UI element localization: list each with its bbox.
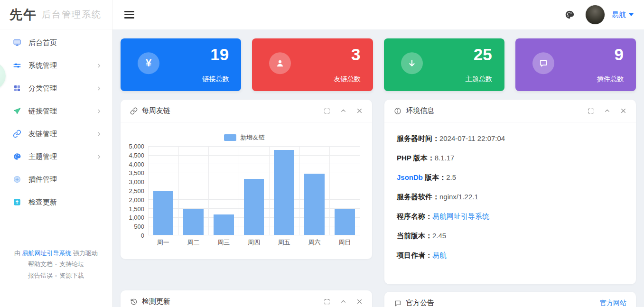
grid-icon [12, 84, 21, 93]
info-icon [394, 107, 401, 115]
sidebar-item-theme[interactable]: 主题管理 [0, 145, 112, 168]
history-icon [130, 298, 138, 306]
collapse-icon[interactable] [340, 298, 346, 305]
stat-cards-row: ¥19链接总数3友链总数25主题总数9插件总数 [121, 38, 636, 91]
logo-mark: 先午 [9, 6, 37, 23]
collapse-icon[interactable] [604, 108, 610, 114]
y-tick-label: 3,500 [129, 169, 144, 177]
sidebar-footer: 由 易航网址引导系统 强力驱动 帮助文档•支持论坛 报告错误•资源下载 [0, 248, 112, 281]
chart-bar [274, 150, 294, 235]
topbar: 易航 [112, 0, 644, 29]
chat-icon [532, 52, 554, 74]
fullscreen-icon[interactable] [324, 108, 330, 114]
announcement-panel: 官方公告 官方网站 [384, 292, 636, 307]
x-tick-label: 周五 [269, 238, 299, 247]
stat-card: 25主题总数 [384, 38, 504, 91]
footer-link[interactable]: 资源下载 [59, 272, 84, 279]
chart-y-axis: 5,0004,5004,0003,5003,0002,5002,0001,500… [123, 146, 144, 235]
y-tick-label: 1,500 [129, 205, 144, 212]
sidebar-item-label: 插件管理 [28, 175, 102, 184]
chart-legend[interactable]: 新增友链 [123, 134, 365, 141]
chart-x-axis: 周一周二周三周四周五周六周日 [148, 238, 360, 247]
panel-title: 环境信息 [406, 106, 434, 115]
sidebar-item-label: 分类管理 [28, 84, 96, 93]
arrow-down-icon [401, 52, 423, 74]
weekly-links-panel: 每周友链 新增友链 5,0004,5004,0003,5003,0002,500… [121, 100, 372, 259]
sidebar-item-system[interactable]: 系统管理 [0, 54, 112, 77]
env-link[interactable]: 易航网址引导系统 [432, 212, 489, 220]
collapse-icon[interactable] [340, 108, 346, 114]
palette-icon[interactable] [564, 9, 575, 20]
avatar[interactable] [585, 5, 605, 25]
footer-link[interactable]: 支持论坛 [59, 260, 84, 268]
sidebar-item-home[interactable]: 后台首页 [0, 31, 112, 54]
chevron-right-icon [96, 131, 102, 137]
stat-card: 3友链总数 [252, 38, 373, 91]
stat-card: ¥19链接总数 [121, 38, 241, 91]
chevron-right-icon [96, 86, 102, 91]
env-info-row: JsonDb 版本：2.5 [397, 172, 624, 183]
sidebar-item-update[interactable]: 检查更新 [0, 191, 112, 214]
chart-bar [153, 191, 174, 235]
y-tick-label: 4,000 [129, 160, 144, 167]
sidebar-item-label: 检查更新 [28, 198, 102, 207]
sidebar-item-link[interactable]: 链接管理 [0, 100, 112, 122]
env-text: 2.45 [432, 232, 446, 240]
panel-title: 检测更新 [142, 297, 170, 306]
fullscreen-icon[interactable] [324, 298, 330, 305]
stat-label: 友链总数 [334, 75, 361, 84]
env-link[interactable]: 易航 [432, 251, 447, 259]
footer-link[interactable]: 帮助文档 [28, 260, 53, 268]
sidebar-item-plugin[interactable]: 插件管理 [0, 168, 112, 191]
footer-link[interactable]: 报告错误 [28, 272, 53, 279]
yen-icon: ¥ [138, 52, 159, 74]
fullscreen-icon[interactable] [588, 108, 594, 114]
sidebar-menu: 后台首页系统管理分类管理链接管理友链管理主题管理插件管理检查更新 [0, 29, 112, 214]
username[interactable]: 易航 [612, 10, 626, 19]
main-content: ¥19链接总数3友链总数25主题总数9插件总数 每周友链 新增友链 5,0004… [112, 29, 644, 307]
official-site-link[interactable]: 官方网站 [600, 299, 626, 307]
chart-bar [244, 179, 264, 235]
y-tick-label: 0 [141, 232, 144, 239]
sidebar-item-category[interactable]: 分类管理 [0, 77, 112, 100]
close-icon[interactable] [356, 298, 363, 305]
stat-value: 19 [210, 45, 229, 64]
bubble-icon [394, 299, 401, 307]
chart-bar [214, 214, 234, 235]
sidebar-item-friendlink[interactable]: 友链管理 [0, 122, 112, 145]
panel-title: 每周友链 [142, 106, 170, 115]
env-info-row: 程序名称：易航网址引导系统 [397, 211, 624, 222]
caret-down-icon[interactable] [629, 13, 634, 16]
weekly-links-chart: 新增友链 5,0004,5004,0003,5003,0002,5002,000… [121, 122, 372, 247]
logo-title: 后台管理系统 [42, 9, 102, 21]
legend-swatch [224, 134, 236, 141]
y-tick-label: 5,000 [129, 143, 144, 150]
y-tick-label: 3,000 [129, 178, 144, 186]
close-icon[interactable] [356, 108, 363, 114]
env-text: PHP 版本： [397, 154, 435, 162]
stat-value: 9 [615, 45, 624, 64]
env-info-row: 项目作者：易航 [397, 250, 624, 261]
chain-icon [12, 130, 21, 139]
hamburger-icon[interactable] [121, 6, 137, 23]
upload-icon [12, 198, 21, 207]
env-link[interactable]: JsonDb [397, 173, 423, 181]
stat-value: 3 [351, 45, 360, 64]
x-tick-label: 周三 [208, 238, 239, 247]
env-text: 当前版本： [397, 232, 432, 240]
dot-separator: • [55, 261, 57, 267]
y-tick-label: 4,500 [129, 151, 144, 158]
powered-by-line: 由 易航网址引导系统 强力驱动 [0, 248, 112, 259]
sidebar-item-label: 主题管理 [28, 152, 96, 161]
env-info-row: 服务器软件：nginx/1.22.1 [397, 191, 624, 203]
powered-by-link[interactable]: 易航网址引导系统 [22, 250, 72, 257]
stat-label: 插件总数 [597, 75, 624, 84]
legend-label: 新增友链 [240, 133, 265, 142]
env-info-row: PHP 版本：8.1.17 [397, 152, 624, 164]
env-text: 版本： [423, 173, 446, 181]
y-tick-label: 2,000 [129, 196, 144, 203]
chart-plot [148, 146, 360, 235]
env-text: 8.1.17 [435, 154, 455, 162]
close-icon[interactable] [620, 108, 626, 114]
panel-title: 官方公告 [406, 298, 434, 307]
